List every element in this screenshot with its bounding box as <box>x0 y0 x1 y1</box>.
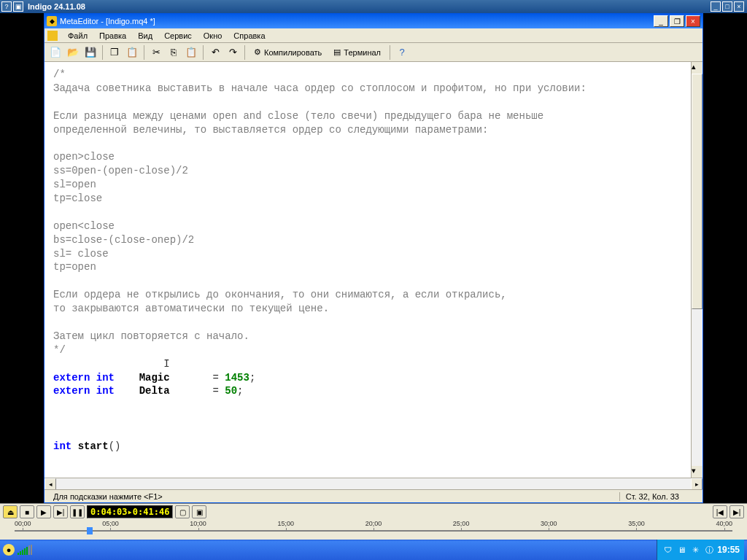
horizontal-scrollbar[interactable]: ◂ ▸ <box>44 478 703 489</box>
timeline-ticks: 00;00 05;00 10;00 15;00 20;00 25;00 30;0… <box>15 520 732 537</box>
taskbar: ● 🛡 🖥 ✳ ⓘ 19:55 <box>0 540 747 560</box>
copy-icon[interactable]: ❐ <box>107 44 123 61</box>
player-pause-button[interactable]: ❚❚ <box>70 505 85 518</box>
separator <box>203 45 204 60</box>
terminal-label: Терминал <box>344 48 381 57</box>
volume-indicator-icon[interactable] <box>18 545 32 555</box>
tray-icon-4[interactable]: ⓘ <box>703 544 715 556</box>
video-player-titlebar: ? ▣ Indigo 24.11.08 _ □ × <box>0 0 747 13</box>
timecode-display: 0:04:03▸0:41:46 <box>87 505 173 518</box>
status-hint: Для подсказки нажмите <F1> <box>47 492 619 501</box>
paste-icon[interactable]: 📋 <box>124 44 140 61</box>
new-file-icon[interactable]: 📄 <box>47 44 63 61</box>
terminal-button[interactable]: ▤ Терминал <box>328 44 386 61</box>
player-controls: ⏏ ■ ▶ ▶| ❚❚ 0:04:03▸0:41:46 ▢ ▣ |◀ ▶| 00… <box>0 503 747 540</box>
vertical-scrollbar[interactable]: ▴ ▾ <box>691 62 703 478</box>
player-stop-button[interactable]: ■ <box>20 505 34 518</box>
editor-titlebar: ◆ MetaEditor - [Indigo.mq4 *] _ ❐ × <box>44 14 703 28</box>
pin-icon[interactable]: ▣ <box>13 1 23 12</box>
maximize-icon[interactable]: □ <box>722 1 732 12</box>
player-play-button[interactable]: ▶ <box>36 505 51 518</box>
editor-close-button[interactable]: × <box>686 15 700 27</box>
open-file-icon[interactable]: 📂 <box>65 44 81 61</box>
player-prev-button[interactable]: |◀ <box>713 505 727 518</box>
player-step-button[interactable]: ▶| <box>53 505 68 518</box>
minimize-icon[interactable]: _ <box>711 1 721 12</box>
paste2-icon[interactable]: 📋 <box>183 44 199 61</box>
menu-view[interactable]: Вид <box>132 30 158 42</box>
copy2-icon[interactable]: ⎘ <box>166 44 182 61</box>
separator <box>244 45 245 60</box>
player-mode1-button[interactable]: ▢ <box>175 505 190 518</box>
close-icon[interactable]: × <box>734 1 744 12</box>
editor-restore-button[interactable]: ❐ <box>670 15 684 27</box>
player-eject-button[interactable]: ⏏ <box>3 505 18 518</box>
player-mode2-button[interactable]: ▣ <box>192 505 206 518</box>
statusbar: Для подсказки нажмите <F1> Ст. 32, Кол. … <box>44 489 703 502</box>
scroll-left-icon[interactable]: ◂ <box>44 478 56 490</box>
scroll-down-icon[interactable]: ▾ <box>692 466 703 478</box>
help-icon[interactable]: ? <box>1 1 12 12</box>
scroll-right-icon[interactable]: ▸ <box>691 478 703 490</box>
code-editor[interactable]: /* Задача советника выставить в начале ч… <box>44 62 691 478</box>
status-position: Ст. 32, Кол. 33 <box>619 492 685 501</box>
separator <box>102 45 103 60</box>
taskbar-app-icon[interactable]: ● <box>3 544 15 556</box>
menu-app-icon <box>47 31 58 41</box>
menu-service[interactable]: Сервис <box>158 30 198 42</box>
editor-minimize-button[interactable]: _ <box>654 15 668 27</box>
metaeditor-window: ◆ MetaEditor - [Indigo.mq4 *] _ ❐ × Файл… <box>44 13 703 503</box>
menu-edit[interactable]: Правка <box>93 30 132 42</box>
compile-button[interactable]: ⚙ Компилировать <box>249 44 327 61</box>
scroll-thumb[interactable] <box>692 74 703 309</box>
scroll-up-icon[interactable]: ▴ <box>692 62 703 74</box>
tray-icon-2[interactable]: 🖥 <box>676 544 687 556</box>
redo-icon[interactable]: ↷ <box>225 44 241 61</box>
clock[interactable]: 19:55 <box>717 545 740 555</box>
outer-title: Indigo 24.11.08 <box>28 2 85 11</box>
menu-window[interactable]: Окно <box>198 30 228 42</box>
system-tray: 🛡 🖥 ✳ ⓘ 19:55 <box>657 540 744 560</box>
separator <box>144 45 144 60</box>
toolbar: 📄 📂 💾 ❐ 📋 ✂ ⎘ 📋 ↶ ↷ ⚙ Компилировать ▤ Те… <box>44 43 703 62</box>
menubar: Файл Правка Вид Сервис Окно Справка <box>44 28 703 43</box>
player-next-button[interactable]: ▶| <box>729 505 744 518</box>
menu-file[interactable]: Файл <box>62 30 93 42</box>
tray-icon-3[interactable]: ✳ <box>689 544 701 556</box>
editor-title: MetaEditor - [Indigo.mq4 *] <box>60 17 155 26</box>
undo-icon[interactable]: ↶ <box>207 44 223 61</box>
cut-icon[interactable]: ✂ <box>148 44 164 61</box>
help-icon[interactable]: ? <box>394 44 410 61</box>
separator <box>390 45 390 60</box>
tray-icon-1[interactable]: 🛡 <box>662 544 673 556</box>
menu-help[interactable]: Справка <box>228 30 271 42</box>
compile-label: Компилировать <box>264 48 322 57</box>
app-icon: ◆ <box>47 16 57 26</box>
timeline[interactable]: 00;00 05;00 10;00 15;00 20;00 25;00 30;0… <box>0 520 747 539</box>
save-icon[interactable]: 💾 <box>82 44 98 61</box>
